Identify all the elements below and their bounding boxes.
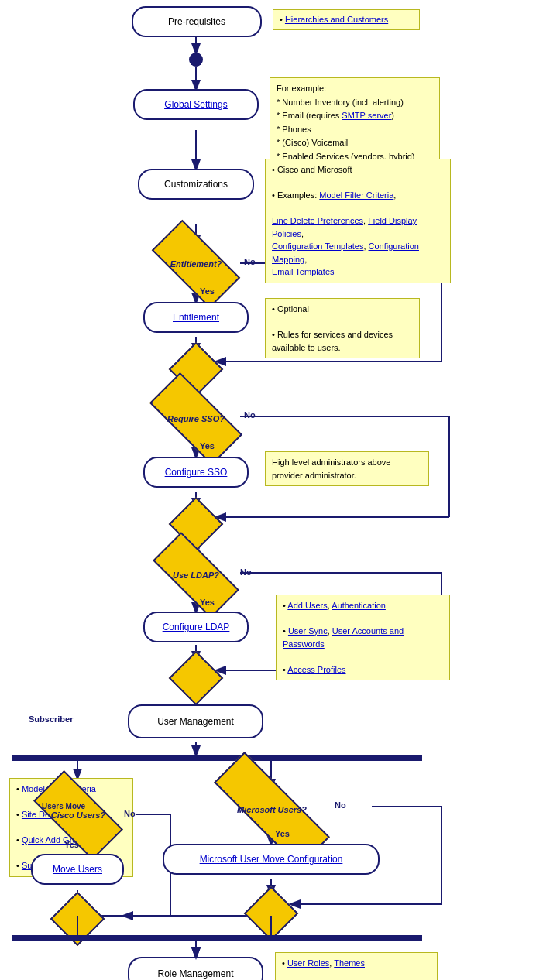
config-templates-link[interactable]: Configuration Templates — [272, 242, 363, 251]
cisco-users-label: Cisco Users? — [51, 810, 105, 820]
ent-note2: Rules for services and devices available… — [272, 330, 393, 352]
access-profiles-link[interactable]: Access Profiles — [287, 665, 345, 674]
ms-no-label: No — [335, 800, 346, 810]
users-move-label: Users Move — [42, 802, 85, 810]
ms-yes-label: Yes — [275, 829, 290, 838]
ms-user-move-label: Microsoft User Move Configuration — [200, 854, 343, 865]
customizations-label: Customizations — [164, 179, 228, 190]
user-management-note: • Add Users, Authentication • User Sync,… — [276, 595, 450, 680]
role-management-note: • User Roles, Themes • Menus, Landing Pa… — [275, 952, 438, 980]
sso-yes-label: Yes — [200, 441, 215, 451]
move-users-node[interactable]: Move Users — [31, 854, 124, 885]
gs-note-line5: * (Cisco) Voicemail — [277, 138, 348, 147]
sso-no-label: No — [244, 410, 256, 420]
themes-link[interactable]: Themes — [334, 958, 365, 968]
cust-cisco: Cisco and Microsoft — [277, 165, 352, 174]
global-settings-label: Global Settings — [164, 99, 227, 110]
email-templates-link[interactable]: Email Templates — [272, 267, 335, 276]
require-sso-label: Require SSO? — [167, 414, 225, 423]
user-roles-link[interactable]: User Roles — [287, 958, 329, 968]
configure-ldap-node[interactable]: Configure LDAP — [143, 612, 249, 642]
prerequisites-note: • Hierarchies and Customers — [273, 9, 420, 30]
global-settings-node[interactable]: Global Settings — [133, 89, 259, 120]
entitlement-node[interactable]: Entitlement — [143, 302, 249, 333]
ldap-yes-label: Yes — [200, 598, 215, 607]
merge-diamond-5 — [252, 894, 290, 933]
sso-note: High level administrators aboveprovider … — [272, 457, 390, 480]
diagram: Pre-requisites • Hierarchies and Custome… — [0, 0, 536, 980]
use-ldap-decision: Use LDAP? — [155, 555, 237, 595]
entitlement-no-label: No — [244, 257, 256, 266]
start-circle — [189, 53, 203, 67]
use-ldap-label: Use LDAP? — [173, 571, 219, 580]
global-settings-note: For example: * Number Inventory (incl. a… — [270, 77, 440, 169]
line-delete-link[interactable]: Line Delete Preferences — [272, 216, 363, 225]
customizations-note: • Cisco and Microsoft • Examples: Model … — [265, 159, 451, 283]
prerequisites-node: Pre-requisites — [132, 6, 262, 37]
cust-examples: Examples: — [277, 190, 319, 200]
gs-note-line4: * Phones — [277, 125, 311, 134]
ldap-no-label: No — [240, 567, 252, 577]
user-sync-link[interactable]: User Sync — [288, 626, 328, 636]
role-management-label: Role Management — [157, 968, 233, 979]
entitlement-decision: Entitlement? — [155, 242, 237, 286]
thick-bar-1 — [12, 755, 422, 761]
configure-sso-node[interactable]: Configure SSO — [143, 457, 249, 488]
thick-bar-2 — [12, 935, 422, 941]
cust-line2: Line Delete Preferences, Field Display P… — [272, 216, 417, 238]
authentication-link[interactable]: Authentication — [332, 601, 386, 610]
merge-diamond-4 — [58, 899, 97, 938]
gs-note-line3: * Email (requires SMTP server) — [277, 111, 394, 120]
cust-line4: Email Templates — [272, 267, 335, 276]
cisco-yes-label: Yes — [64, 840, 79, 849]
merge-diamond-3 — [177, 659, 215, 697]
user-management-label: User Management — [157, 716, 234, 727]
gs-note-line1: For example: — [277, 84, 326, 93]
microsoft-users-label: Microsoft Users? — [237, 805, 307, 814]
require-sso-decision: Require SSO? — [152, 397, 240, 440]
cisco-no-label: No — [124, 809, 136, 818]
cisco-users-decision: Cisco Users? — [36, 793, 120, 837]
role-management-node: Role Management — [128, 957, 263, 980]
smtp-link[interactable]: SMTP server — [342, 111, 391, 120]
configure-sso-label: Configure SSO — [165, 467, 228, 478]
cust-line3: Configuration Templates, Configuration M… — [272, 242, 419, 264]
model-filter-link[interactable]: Model Filter Criteria — [319, 190, 393, 200]
ms-user-move-node[interactable]: Microsoft User Move Configuration — [163, 844, 380, 875]
configure-sso-note: High level administrators aboveprovider … — [265, 451, 429, 486]
entitlement-q-label: Entitlement? — [170, 259, 222, 269]
entitlement-yes-label: Yes — [200, 286, 215, 296]
microsoft-users-decision: Microsoft Users? — [211, 788, 332, 831]
entitlement-note: • Optional • Rules for services and devi… — [265, 298, 420, 358]
hierarchies-link[interactable]: Hierarchies and Customers — [285, 15, 388, 24]
subscriber-label: Subscriber — [29, 714, 73, 724]
entitlement-label: Entitlement — [173, 312, 219, 323]
gs-note-line2: * Number Inventory (incl. alerting) — [277, 98, 404, 107]
user-management-node: User Management — [128, 704, 263, 738]
move-users-label: Move Users — [53, 864, 102, 875]
customizations-node: Customizations — [138, 169, 254, 200]
add-users-link[interactable]: Add Users — [287, 601, 327, 610]
configure-ldap-label: Configure LDAP — [163, 622, 230, 632]
ent-note1: Optional — [277, 304, 309, 314]
prerequisites-label: Pre-requisites — [168, 16, 225, 27]
